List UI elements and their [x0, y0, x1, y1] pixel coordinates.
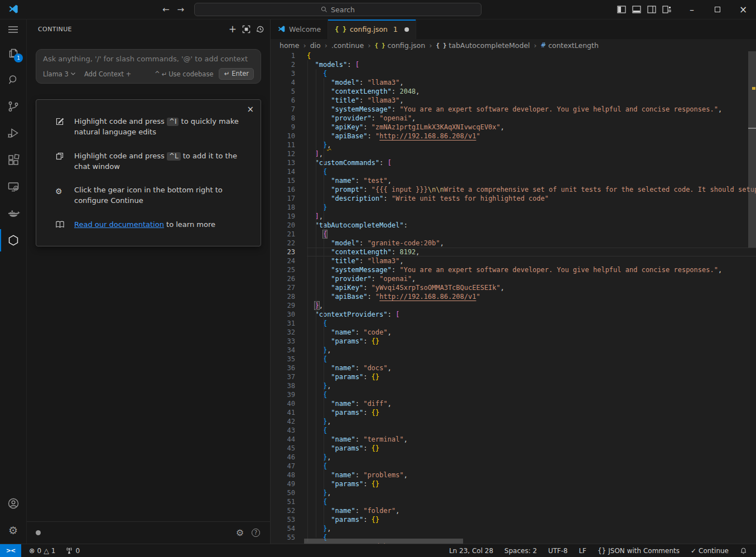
- code-line[interactable]: 24 "title": "llama3",: [271, 256, 756, 265]
- code-line[interactable]: 34 },: [271, 346, 756, 355]
- breadcrumb-item[interactable]: #contextLength: [541, 41, 599, 50]
- docker-icon[interactable]: [0, 200, 26, 227]
- code-line[interactable]: 41 "params": {}: [271, 408, 756, 417]
- notifications-bell[interactable]: [736, 547, 750, 555]
- breadcrumb[interactable]: home›dio›.continue›{ }config.json›{ }tab…: [271, 39, 756, 51]
- code-line[interactable]: 2 "models": [: [271, 60, 756, 69]
- code-line[interactable]: 21 {: [271, 230, 756, 239]
- screen-full-icon[interactable]: [242, 25, 251, 33]
- code-line[interactable]: 6 "title": "llama3",: [271, 96, 756, 105]
- help-icon[interactable]: ?: [252, 529, 260, 537]
- code-line[interactable]: 30 "contextProviders": [: [271, 310, 756, 319]
- settings-gear-icon[interactable]: ⚙: [0, 517, 26, 544]
- horizontal-scrollbar[interactable]: [304, 539, 463, 544]
- continue-icon[interactable]: [0, 227, 26, 254]
- scrollbar-thumb[interactable]: [748, 51, 756, 248]
- code-line[interactable]: 40 "name": "diff",: [271, 399, 756, 408]
- code-line[interactable]: 36 "name": "docs",: [271, 364, 756, 372]
- code-line[interactable]: 12 ],: [271, 149, 756, 158]
- code-line[interactable]: 19 ],: [271, 212, 756, 221]
- code-line[interactable]: 10 "apiBase": "http://192.168.86.208/v1": [271, 132, 756, 141]
- cursor-position[interactable]: Ln 23, Col 28: [446, 547, 497, 555]
- code-line[interactable]: 16 "prompt": "{{{ input }}}\n\nWrite a c…: [271, 185, 756, 194]
- vertical-scrollbar[interactable]: [748, 51, 756, 544]
- code-line[interactable]: 5 "contextLength": 2048,: [271, 87, 756, 96]
- code-line[interactable]: 45 "params": {}: [271, 444, 756, 453]
- code-line[interactable]: 20 "tabAutocompleteModel":: [271, 221, 756, 230]
- nav-back-icon[interactable]: ←: [162, 4, 170, 14]
- code-line[interactable]: 1{: [271, 51, 756, 60]
- code-line[interactable]: 14 {: [271, 167, 756, 176]
- code-line[interactable]: 43 {: [271, 426, 756, 435]
- chat-input[interactable]: Ask anything, '/' for slash commands, '@…: [36, 49, 261, 84]
- code-line[interactable]: 50 },: [271, 488, 756, 497]
- remote-explorer-icon[interactable]: [0, 173, 26, 200]
- code-line[interactable]: 23 "contextLength": 8192,: [271, 248, 756, 256]
- window-minimize-button[interactable]: –: [679, 0, 705, 20]
- command-center-search[interactable]: Search: [194, 3, 481, 16]
- close-icon[interactable]: ×: [247, 104, 254, 114]
- code-line[interactable]: 25 "systemMessage": "You are an expert s…: [271, 265, 756, 274]
- continue-status[interactable]: ✓ Continue: [687, 547, 732, 555]
- language-mode[interactable]: {} JSON with Comments: [594, 547, 683, 555]
- breadcrumb-item[interactable]: dio: [310, 41, 321, 50]
- code-line[interactable]: 4 "model": "llama3",: [271, 78, 756, 87]
- code-line[interactable]: 42 },: [271, 417, 756, 426]
- code-line[interactable]: 53 "params": {}: [271, 515, 756, 524]
- source-control-icon[interactable]: [0, 93, 26, 120]
- tab-config-json[interactable]: { } config.json 1: [328, 20, 416, 39]
- toggle-primary-sidebar-icon[interactable]: [617, 6, 626, 13]
- enter-button[interactable]: ↵ Enter: [219, 68, 254, 80]
- code-line[interactable]: 7 "systemMessage": "You are an expert so…: [271, 105, 756, 114]
- model-selector[interactable]: Llama 3: [43, 70, 75, 78]
- code-line[interactable]: 46 },: [271, 453, 756, 462]
- menu-icon[interactable]: [0, 20, 26, 40]
- code-line[interactable]: 32 "name": "code",: [271, 328, 756, 337]
- code-line[interactable]: 31 {: [271, 319, 756, 328]
- code-line[interactable]: 11 },: [271, 141, 756, 149]
- history-icon[interactable]: [256, 25, 264, 33]
- breadcrumb-item[interactable]: .continue: [331, 41, 364, 50]
- code-line[interactable]: 9 "apiKey": "zmNAz1prtgILmkX3KAqXNIvwcqE…: [271, 123, 756, 132]
- code-line[interactable]: 8 "provider": "openai",: [271, 114, 756, 123]
- code-line[interactable]: 33 "params": {}: [271, 337, 756, 346]
- code-line[interactable]: 17 "description": "Write unit tests for …: [271, 194, 756, 203]
- code-editor[interactable]: 1{2 "models": [3 {4 "model": "llama3",5 …: [271, 51, 756, 544]
- documentation-link[interactable]: Read our documentation: [74, 220, 164, 229]
- code-line[interactable]: 18 }: [271, 203, 756, 212]
- toggle-panel-icon[interactable]: [632, 6, 641, 13]
- remote-indicator[interactable]: ><: [0, 544, 21, 557]
- configure-gear-icon[interactable]: ⚙: [236, 529, 244, 537]
- tab-welcome[interactable]: Welcome: [271, 20, 328, 39]
- code-line[interactable]: 52 "name": "folder",: [271, 506, 756, 515]
- code-line[interactable]: 35 {: [271, 355, 756, 364]
- code-line[interactable]: 49 "params": {}: [271, 479, 756, 488]
- encoding-status[interactable]: UTF-8: [545, 547, 571, 555]
- add-context-button[interactable]: Add Context +: [84, 70, 131, 78]
- window-maximize-button[interactable]: [705, 0, 730, 20]
- feedback-status[interactable]: 0: [62, 547, 83, 555]
- account-icon[interactable]: [0, 490, 26, 517]
- window-close-button[interactable]: ×: [730, 0, 756, 20]
- code-line[interactable]: 54 },: [271, 524, 756, 533]
- code-line[interactable]: 48 "name": "problems",: [271, 471, 756, 479]
- eol-status[interactable]: LF: [575, 547, 590, 555]
- code-line[interactable]: 3 {: [271, 69, 756, 78]
- modified-dot-icon[interactable]: [405, 27, 409, 32]
- customize-layout-icon[interactable]: [662, 6, 671, 13]
- breadcrumb-item[interactable]: home: [280, 41, 299, 50]
- code-line[interactable]: 28 "apiBase": "http://192.168.86.208/v1": [271, 292, 756, 301]
- breadcrumb-item[interactable]: { }config.json: [374, 41, 425, 50]
- code-line[interactable]: 27 "apiKey": "yWvqi4SxrpTsoOMMA3TcBQucEE…: [271, 283, 756, 292]
- code-line[interactable]: 47 {: [271, 462, 756, 471]
- run-debug-icon[interactable]: [0, 120, 26, 147]
- code-line[interactable]: 37 "params": {}: [271, 372, 756, 381]
- new-session-button[interactable]: +: [229, 25, 237, 34]
- code-line[interactable]: 38 },: [271, 381, 756, 390]
- indentation-status[interactable]: Spaces: 2: [501, 547, 540, 555]
- toggle-secondary-sidebar-icon[interactable]: [647, 6, 656, 13]
- code-line[interactable]: 26 "provider": "openai",: [271, 274, 756, 283]
- code-line[interactable]: 39 {: [271, 390, 756, 399]
- code-line[interactable]: 29 },: [271, 301, 756, 310]
- code-line[interactable]: 44 "name": "terminal",: [271, 435, 756, 444]
